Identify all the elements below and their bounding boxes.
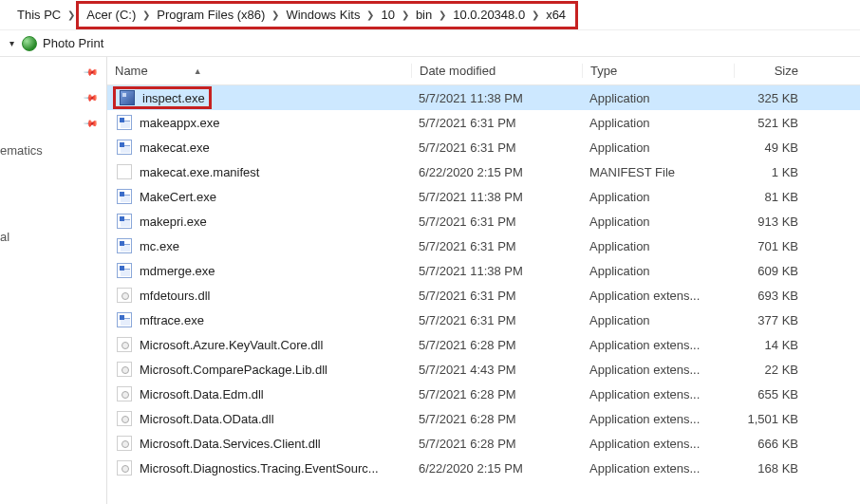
- column-header-date[interactable]: Date modified: [411, 64, 582, 78]
- column-header-name[interactable]: Name ▲: [107, 64, 411, 78]
- file-type: Application: [582, 215, 734, 229]
- file-name-cell: makepri.exe: [107, 214, 411, 229]
- file-row[interactable]: Microsoft.Data.OData.dll5/7/2021 6:28 PM…: [107, 406, 860, 431]
- nav-item[interactable]: ematics: [0, 140, 106, 161]
- exe-file-icon: [117, 312, 132, 327]
- file-name-cell: Microsoft.Data.Edm.dll: [107, 386, 411, 401]
- file-row[interactable]: mdmerge.exe5/7/2021 11:38 PMApplication6…: [107, 258, 860, 283]
- file-row[interactable]: mftrace.exe5/7/2021 6:31 PMApplication37…: [107, 308, 860, 332]
- dll-file-icon: [117, 386, 132, 401]
- file-name-cell: makecat.exe: [107, 140, 411, 155]
- file-row[interactable]: mfdetours.dll5/7/2021 6:31 PMApplication…: [107, 283, 860, 308]
- file-list-pane: Name ▲ Date modified Type Size inspect.e…: [107, 57, 860, 504]
- file-row[interactable]: Microsoft.Azure.KeyVault.Core.dll5/7/202…: [107, 332, 860, 357]
- file-type: Application: [582, 264, 734, 278]
- chevron-right-icon[interactable]: ❯: [141, 9, 151, 20]
- nav-item[interactable]: 📌: [0, 114, 106, 132]
- file-name: makecat.exe: [140, 140, 210, 155]
- breadcrumb-item[interactable]: x64: [540, 6, 571, 24]
- file-rows: inspect.exe5/7/2021 11:38 PMApplication3…: [107, 85, 860, 480]
- file-name: makecat.exe.manifest: [140, 165, 259, 179]
- chevron-right-icon[interactable]: ❯: [271, 9, 280, 20]
- file-type: Application: [582, 91, 734, 105]
- file-row[interactable]: Microsoft.Data.Services.Client.dll5/7/20…: [107, 431, 860, 456]
- file-date: 5/7/2021 4:43 PM: [411, 363, 582, 377]
- chevron-right-icon[interactable]: ❯: [401, 9, 410, 20]
- file-row[interactable]: makepri.exe5/7/2021 6:31 PMApplication91…: [107, 209, 860, 233]
- file-name-cell: Microsoft.Azure.KeyVault.Core.dll: [107, 337, 411, 352]
- file-size: 693 KB: [734, 289, 810, 303]
- address-bar[interactable]: This PC ❯ Acer (C:)❯Program Files (x86)❯…: [0, 0, 860, 30]
- chevron-right-icon[interactable]: ❯: [365, 9, 375, 20]
- chevron-right-icon[interactable]: ❯: [531, 9, 540, 20]
- inspect-file-icon: [120, 90, 135, 105]
- dropdown-arrow-icon[interactable]: ▾: [6, 36, 18, 50]
- file-name-cell: Microsoft.ComparePackage.Lib.dll: [107, 362, 411, 377]
- column-headers: Name ▲ Date modified Type Size: [107, 57, 860, 85]
- breadcrumb-item[interactable]: 10: [375, 6, 400, 24]
- dll-file-icon: [117, 411, 132, 426]
- photo-print-button[interactable]: Photo Print: [22, 36, 103, 51]
- file-row[interactable]: makeappx.exe5/7/2021 6:31 PMApplication5…: [107, 110, 860, 135]
- file-date: 5/7/2021 11:38 PM: [411, 91, 582, 105]
- nav-item-label: al: [0, 230, 9, 244]
- breadcrumb-root[interactable]: This PC: [11, 6, 66, 24]
- sort-ascending-icon: ▲: [194, 66, 202, 76]
- nav-item[interactable]: [0, 190, 106, 197]
- nav-item[interactable]: al: [0, 226, 106, 248]
- breadcrumb-label: bin: [414, 8, 434, 22]
- file-date: 5/7/2021 6:31 PM: [411, 289, 582, 303]
- file-date: 5/7/2021 6:28 PM: [411, 387, 582, 401]
- navigation-pane[interactable]: 📌📌📌ematicsal: [0, 57, 106, 504]
- file-size: 81 KB: [734, 190, 810, 204]
- file-row[interactable]: Microsoft.ComparePackage.Lib.dll5/7/2021…: [107, 357, 860, 382]
- breadcrumb-label: Acer (C:): [84, 8, 138, 22]
- file-date: 5/7/2021 6:31 PM: [411, 116, 582, 130]
- breadcrumb-label: 10.0.20348.0: [451, 8, 527, 22]
- pin-icon: 📌: [84, 89, 99, 104]
- file-row[interactable]: mc.exe5/7/2021 6:31 PMApplication701 KB: [107, 233, 860, 258]
- file-name: Microsoft.Azure.KeyVault.Core.dll: [140, 338, 323, 352]
- chevron-right-icon[interactable]: ❯: [66, 9, 76, 20]
- file-name-cell: Microsoft.Data.Services.Client.dll: [107, 436, 411, 451]
- breadcrumb-label: x64: [544, 8, 568, 22]
- breadcrumb-path-highlight: Acer (C:)❯Program Files (x86)❯Windows Ki…: [76, 1, 578, 29]
- file-type: Application extens...: [582, 437, 734, 451]
- file-type: MANIFEST File: [582, 165, 734, 179]
- file-type: Application: [582, 116, 734, 130]
- file-size: 701 KB: [734, 239, 810, 253]
- file-name-cell: mdmerge.exe: [107, 263, 411, 278]
- file-size: 14 KB: [734, 338, 810, 352]
- exe-file-icon: [117, 214, 132, 229]
- file-row[interactable]: MakeCert.exe5/7/2021 11:38 PMApplication…: [107, 184, 860, 209]
- breadcrumb-item[interactable]: bin: [410, 6, 438, 24]
- file-row[interactable]: inspect.exe5/7/2021 11:38 PMApplication3…: [107, 85, 860, 110]
- column-type-label: Type: [590, 64, 617, 78]
- file-size: 1,501 KB: [734, 412, 810, 426]
- breadcrumb-item[interactable]: Acer (C:): [81, 6, 141, 24]
- column-header-type[interactable]: Type: [582, 64, 734, 78]
- breadcrumb-item[interactable]: 10.0.20348.0: [447, 6, 531, 24]
- breadcrumb-item[interactable]: Program Files (x86): [151, 6, 271, 24]
- file-name-cell: makecat.exe.manifest: [107, 164, 411, 179]
- exe-file-icon: [117, 238, 132, 253]
- file-date: 6/22/2020 2:15 PM: [411, 461, 582, 476]
- column-header-size[interactable]: Size: [734, 64, 810, 78]
- highlight-box: inspect.exe: [113, 86, 212, 109]
- file-name: Microsoft.Data.Edm.dll: [140, 387, 264, 401]
- exe-file-icon: [117, 140, 132, 155]
- file-date: 6/22/2020 2:15 PM: [411, 165, 582, 179]
- file-name: makeappx.exe: [140, 116, 220, 130]
- breadcrumb-item[interactable]: Windows Kits: [280, 6, 365, 24]
- file-row[interactable]: makecat.exe.manifest6/22/2020 2:15 PMMAN…: [107, 159, 860, 184]
- file-row[interactable]: Microsoft.Diagnostics.Tracing.EventSourc…: [107, 456, 860, 480]
- file-name: Microsoft.ComparePackage.Lib.dll: [140, 363, 327, 377]
- file-row[interactable]: Microsoft.Data.Edm.dll5/7/2021 6:28 PMAp…: [107, 382, 860, 406]
- file-name-cell: mftrace.exe: [107, 312, 411, 327]
- toolbar: ▾ Photo Print: [0, 30, 860, 57]
- nav-item[interactable]: 📌: [0, 88, 106, 106]
- nav-item[interactable]: 📌: [0, 63, 106, 81]
- exe-file-icon: [117, 263, 132, 278]
- chevron-right-icon[interactable]: ❯: [438, 9, 447, 20]
- file-row[interactable]: makecat.exe5/7/2021 6:31 PMApplication49…: [107, 135, 860, 159]
